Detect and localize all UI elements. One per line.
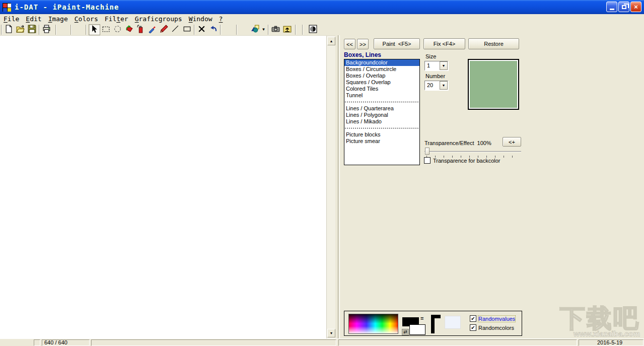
restore-button[interactable] xyxy=(618,2,629,12)
angle-shape-icon xyxy=(431,315,441,333)
paint-button[interactable]: Paint <F5> xyxy=(374,38,420,49)
randomcolors-checkbox[interactable]: ✔ xyxy=(470,324,476,331)
transparence-slider[interactable] xyxy=(424,148,521,156)
rainbow-color-picker[interactable] xyxy=(348,314,398,334)
list-item[interactable]: Boxes / Overlap xyxy=(344,73,419,79)
menu-help[interactable]: ? xyxy=(219,15,223,23)
dashed-rectangle-icon xyxy=(102,25,110,34)
background-color-swatch[interactable] xyxy=(409,324,425,335)
window-title: i-DAT - iPaint-Machine xyxy=(15,3,119,11)
list-item[interactable]: Lines / Quarterarea xyxy=(344,105,419,112)
new-document-icon xyxy=(5,25,13,34)
camera-icon xyxy=(271,25,280,34)
select-arrow-tool[interactable] xyxy=(89,24,100,35)
transparence-backcolor-checkbox[interactable] xyxy=(424,157,431,164)
contrast-button[interactable] xyxy=(307,24,319,35)
color-groupbox: = ⇄ ✔ Randomvalues ✔ Randomcolors xyxy=(344,311,522,336)
list-item[interactable]: Boxes / Circumcircle xyxy=(344,66,419,73)
size-value: 1 xyxy=(425,61,440,70)
color-preview-box xyxy=(468,59,519,110)
minimize-button[interactable] xyxy=(606,2,617,12)
save-button[interactable] xyxy=(26,24,38,35)
canvas-vertical-scrollbar[interactable]: ▲ ▼ xyxy=(326,36,335,338)
new-document-button[interactable] xyxy=(3,24,15,35)
slider-thumb[interactable] xyxy=(425,148,430,155)
fix-button[interactable]: Fix <F4> xyxy=(423,38,465,49)
prev-group-button[interactable]: << xyxy=(344,39,355,49)
arrow-cursor-icon xyxy=(90,25,99,34)
tool-panel: << >> Paint <F5> Fix <F4> Restore Boxes,… xyxy=(335,35,644,338)
toolbar-separator xyxy=(268,25,269,35)
contrast-gradient-icon xyxy=(309,25,317,34)
menu-filter[interactable]: Filter xyxy=(105,15,128,23)
app-window: i-DAT - iPaint-Machine × File Edit Image… xyxy=(0,0,644,346)
undo-button[interactable] xyxy=(207,24,219,35)
menu-graficgroups[interactable]: Graficgroups xyxy=(135,15,182,23)
toolbar-separator xyxy=(302,25,303,35)
size-dropdown-arrow[interactable]: ▼ xyxy=(440,61,448,70)
toolbar-separator xyxy=(220,25,221,35)
current-backcolor-swatch[interactable] xyxy=(445,316,461,329)
scroll-up-button[interactable]: ▲ xyxy=(327,37,335,45)
list-item[interactable]: Colored Tiles xyxy=(344,86,419,92)
shapes-picker-button[interactable] xyxy=(249,24,261,35)
menu-image[interactable]: Image xyxy=(48,15,68,23)
list-separator xyxy=(344,125,419,131)
number-value: 20 xyxy=(425,81,440,90)
number-dropdown-arrow[interactable]: ▼ xyxy=(440,81,448,90)
eyedropper-tool[interactable] xyxy=(147,24,158,35)
pencil-tool[interactable] xyxy=(158,24,170,35)
transparence-step-button[interactable]: <+ xyxy=(503,137,521,147)
list-separator xyxy=(344,99,419,105)
menu-window[interactable]: Window xyxy=(189,15,212,23)
print-button[interactable] xyxy=(41,24,52,35)
randomvalues-label[interactable]: Randomvalues xyxy=(478,316,515,322)
toolbar-separator xyxy=(39,25,40,35)
rect-select-tool[interactable] xyxy=(100,24,112,35)
list-item[interactable]: Lines / Polygonal xyxy=(344,112,419,118)
line-tool[interactable] xyxy=(170,24,181,35)
shapes-icon xyxy=(251,25,259,34)
ellipse-select-tool[interactable] xyxy=(112,24,123,35)
restore-button-panel[interactable]: Restore xyxy=(468,38,519,49)
circle-icon xyxy=(113,25,122,34)
paint-canvas[interactable] xyxy=(0,36,326,338)
pencil-icon xyxy=(160,25,168,34)
app-icon xyxy=(3,3,11,12)
folder-up-button[interactable] xyxy=(281,24,293,35)
folder-up-icon xyxy=(283,25,292,34)
close-button[interactable]: × xyxy=(630,2,641,12)
open-button[interactable] xyxy=(15,24,26,35)
list-item[interactable]: Picture blocks xyxy=(344,131,419,138)
rectangle-tool[interactable] xyxy=(181,24,193,35)
number-combobox[interactable]: 20 ▼ xyxy=(424,81,448,90)
undo-arrow-icon xyxy=(209,25,218,34)
delete-button[interactable] xyxy=(196,24,207,35)
fill-tool[interactable] xyxy=(123,24,135,35)
swap-colors-icon[interactable]: ⇄ xyxy=(402,329,409,335)
toolbar-separator xyxy=(1,25,2,35)
camera-button[interactable] xyxy=(270,24,281,35)
fill-rotate-icon xyxy=(125,25,133,34)
shapes-dropdown-arrow[interactable]: ▼ xyxy=(261,27,266,32)
randomcolors-label[interactable]: Randomcolors xyxy=(478,325,514,331)
status-right-panel xyxy=(338,339,577,346)
spray-tool[interactable] xyxy=(135,24,147,35)
next-group-button[interactable]: >> xyxy=(357,39,369,49)
size-combobox[interactable]: 1 ▼ xyxy=(424,61,448,71)
menu-colors[interactable]: Colors xyxy=(75,15,98,23)
pattern-listbox[interactable]: Backgroundcolor Boxes / Circumcircle Box… xyxy=(344,59,420,165)
list-item[interactable]: Backgroundcolor xyxy=(344,59,419,66)
menu-edit[interactable]: Edit xyxy=(26,15,41,23)
list-item[interactable]: Squares / Overlap xyxy=(344,79,419,86)
scroll-down-button[interactable]: ▼ xyxy=(327,329,335,337)
printer-icon xyxy=(42,25,51,34)
list-item[interactable]: Tunnel xyxy=(344,92,419,99)
randomvalues-checkbox[interactable]: ✔ xyxy=(470,315,476,322)
preview-color-fill xyxy=(470,61,517,108)
list-item[interactable]: Lines / Mikado xyxy=(344,118,419,125)
list-item[interactable]: Picture smear xyxy=(344,138,419,145)
rectangle-icon xyxy=(183,25,191,34)
x-icon xyxy=(197,25,206,34)
menu-file[interactable]: File xyxy=(4,15,19,23)
